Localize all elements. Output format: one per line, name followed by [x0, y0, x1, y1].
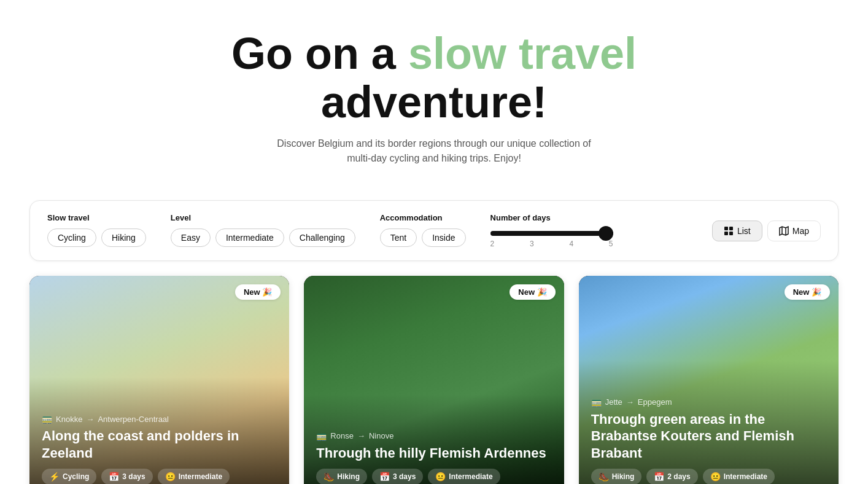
slow-travel-label: Slow travel — [47, 213, 146, 222]
card-content-ardennes: 🚃 Ronse → Ninove Through the hilly Flemi… — [304, 394, 564, 484]
view-toggle: List Map — [712, 221, 821, 241]
tag-days-3: 📅 2 days — [646, 469, 697, 484]
calendar-icon-1: 📅 — [109, 472, 119, 482]
accommodation-label: Accommodation — [380, 213, 466, 222]
card-content-zeeland: 🚃 Knokke → Antwerpen-Centraal Along the … — [29, 377, 289, 484]
card-tags-brabant: 🥾 Hiking 📅 2 days 😐 Intermediate — [591, 469, 826, 484]
hiking-icon-2: 🥾 — [324, 472, 334, 482]
svg-rect-1 — [729, 227, 733, 230]
card-title-zeeland: Along the coast and polders in Zeeland — [42, 427, 277, 461]
route-from-3: Jette — [605, 397, 622, 407]
pill-inside[interactable]: Inside — [422, 228, 465, 247]
card-ardennes[interactable]: New 🎉 🚃 Ronse → Ninove Through the hilly… — [304, 276, 564, 484]
slider-ticks: 2 3 4 5 — [490, 240, 613, 248]
new-badge-ardennes: New 🎉 — [510, 284, 555, 300]
arrow-2: → — [357, 431, 365, 440]
route-to-3: Eppegem — [638, 397, 672, 407]
hero-subtitle: Discover Belgium and its border regions … — [12, 136, 856, 166]
tag-label-hiking-2: Hiking — [337, 472, 360, 481]
cards-grid: New 🎉 🚃 Knokke → Antwerpen-Centraal Alon… — [0, 276, 868, 484]
level-icon-1: 😐 — [165, 472, 176, 482]
card-route-ardennes: 🚃 Ronse → Ninove — [316, 431, 551, 441]
map-view-button[interactable]: Map — [767, 221, 821, 241]
tag-label-level-1: Intermediate — [179, 472, 222, 481]
arrow-1: → — [86, 415, 94, 424]
pill-hiking[interactable]: Hiking — [101, 228, 146, 247]
pill-tent[interactable]: Tent — [380, 228, 417, 247]
tag-label-hiking-3: Hiking — [612, 472, 635, 481]
card-tags-ardennes: 🥾 Hiking 📅 3 days 😐 Intermediate — [316, 469, 551, 484]
tag-cycling-1: ⚡ Cycling — [42, 469, 96, 484]
map-label: Map — [792, 226, 809, 236]
svg-rect-3 — [729, 232, 733, 235]
map-icon — [779, 226, 789, 236]
tag-hiking-3: 🥾 Hiking — [591, 469, 642, 484]
tag-label-level-2: Intermediate — [449, 472, 492, 481]
filter-level: Level Easy Intermediate Challenging — [171, 213, 355, 247]
filter-accommodation: Accommodation Tent Inside — [380, 213, 466, 247]
new-badge-zeeland: New 🎉 — [235, 284, 281, 300]
card-brabant[interactable]: New 🎉 🚃 Jette → Eppegem Through green ar… — [579, 276, 839, 484]
tick-4: 4 — [569, 240, 573, 248]
card-title-ardennes: Through the hilly Flemish Ardennes — [316, 445, 551, 462]
tag-days-1: 📅 3 days — [101, 469, 152, 484]
days-label: Number of days — [490, 213, 613, 222]
svg-rect-2 — [724, 232, 728, 235]
tick-3: 3 — [530, 240, 534, 248]
card-route-brabant: 🚃 Jette → Eppegem — [591, 397, 826, 407]
list-icon — [724, 226, 734, 236]
hero-title: Go on a slow travel adventure! — [12, 29, 856, 127]
pill-easy[interactable]: Easy — [171, 228, 211, 247]
list-label: List — [737, 226, 751, 236]
calendar-icon-2: 📅 — [379, 472, 390, 482]
tag-label-level-3: Intermediate — [724, 472, 767, 481]
tag-days-2: 📅 3 days — [372, 469, 423, 484]
level-label: Level — [171, 213, 355, 222]
tick-2: 2 — [490, 240, 495, 248]
card-title-brabant: Through green areas in the Brabantse Kou… — [591, 411, 826, 462]
hero-section: Go on a slow travel adventure! Discover … — [0, 0, 868, 185]
filter-slow-travel: Slow travel Cycling Hiking — [47, 213, 146, 247]
card-route-zeeland: 🚃 Knokke → Antwerpen-Centraal — [42, 414, 277, 424]
tag-level-2: 😐 Intermediate — [428, 469, 500, 484]
card-tags-zeeland: ⚡ Cycling 📅 3 days 😐 Intermediate — [42, 469, 277, 484]
route-from-1: Knokke — [56, 415, 82, 424]
pill-challenging[interactable]: Challenging — [289, 228, 355, 247]
tag-label-days-2: 3 days — [393, 472, 416, 481]
cycling-icon-1: ⚡ — [49, 472, 60, 482]
slider-wrap: 2 3 4 5 — [490, 231, 613, 248]
slider-thumb[interactable] — [599, 226, 613, 241]
hero-title-suffix: adventure! — [321, 77, 547, 127]
card-zeeland[interactable]: New 🎉 🚃 Knokke → Antwerpen-Centraal Alon… — [29, 276, 289, 484]
calendar-icon-3: 📅 — [654, 472, 664, 482]
train-icon-3: 🚃 — [591, 397, 602, 407]
hero-title-highlight: slow travel — [408, 29, 637, 78]
tag-label-days-1: 3 days — [122, 472, 145, 481]
slider-track — [490, 231, 613, 236]
card-content-brabant: 🚃 Jette → Eppegem Through green areas in… — [579, 361, 839, 484]
tick-5: 5 — [609, 240, 613, 248]
route-to-2: Ninove — [369, 431, 393, 440]
pill-cycling[interactable]: Cycling — [47, 228, 96, 247]
filter-bar: Slow travel Cycling Hiking Level Easy In… — [29, 200, 839, 261]
route-to-1: Antwerpen-Centraal — [98, 415, 169, 424]
tag-level-1: 😐 Intermediate — [158, 469, 230, 484]
accommodation-pills: Tent Inside — [380, 228, 466, 247]
train-icon-1: 🚃 — [42, 414, 52, 424]
tag-hiking-2: 🥾 Hiking — [316, 469, 367, 484]
level-pills: Easy Intermediate Challenging — [171, 228, 355, 247]
filter-days: Number of days 2 3 4 5 — [490, 213, 613, 248]
arrow-3: → — [626, 397, 634, 407]
svg-rect-0 — [724, 227, 728, 230]
slow-travel-pills: Cycling Hiking — [47, 228, 146, 247]
tag-label-days-3: 2 days — [667, 472, 690, 481]
pill-intermediate[interactable]: Intermediate — [215, 228, 284, 247]
list-view-button[interactable]: List — [712, 221, 762, 241]
hiking-icon-3: 🥾 — [599, 472, 609, 482]
level-icon-2: 😐 — [435, 472, 446, 482]
train-icon-2: 🚃 — [316, 431, 327, 441]
hero-title-prefix: Go on a — [231, 29, 408, 78]
tag-level-3: 😐 Intermediate — [703, 469, 775, 484]
tag-label-cycling-1: Cycling — [63, 472, 89, 481]
route-from-2: Ronse — [330, 431, 354, 440]
